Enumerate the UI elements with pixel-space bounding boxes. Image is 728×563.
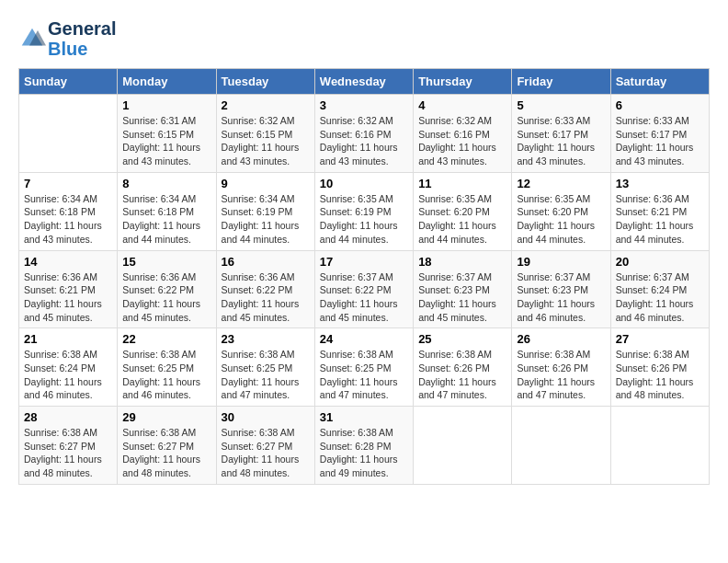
day-number: 19 — [517, 255, 605, 269]
day-number: 13 — [616, 177, 704, 190]
sunrise-label: Sunrise: 6:35 AM — [517, 193, 590, 204]
daylight-label: Daylight: 11 hours and 46 minutes. — [616, 298, 694, 323]
calendar-cell: 6 Sunrise: 6:33 AM Sunset: 6:17 PM Dayli… — [610, 95, 709, 173]
sunrise-label: Sunrise: 6:33 AM — [517, 115, 590, 126]
day-number: 14 — [24, 255, 112, 269]
day-info: Sunrise: 6:34 AM Sunset: 6:18 PM Dayligh… — [122, 192, 210, 247]
sunrise-label: Sunrise: 6:34 AM — [24, 193, 97, 204]
daylight-label: Daylight: 11 hours and 45 minutes. — [222, 298, 300, 323]
daylight-label: Daylight: 11 hours and 46 minutes. — [122, 376, 200, 401]
day-number: 10 — [320, 177, 408, 190]
calendar-cell: 26 Sunrise: 6:38 AM Sunset: 6:26 PM Dayl… — [512, 328, 610, 407]
calendar-week-row: 28 Sunrise: 6:38 AM Sunset: 6:27 PM Dayl… — [19, 407, 710, 485]
day-number: 30 — [222, 410, 310, 424]
calendar-cell: 19 Sunrise: 6:37 AM Sunset: 6:23 PM Dayl… — [512, 250, 610, 328]
day-number: 27 — [616, 332, 704, 346]
sunrise-label: Sunrise: 6:37 AM — [418, 271, 492, 282]
sunrise-label: Sunrise: 6:32 AM — [222, 115, 295, 126]
day-info: Sunrise: 6:38 AM Sunset: 6:26 PM Dayligh… — [517, 348, 605, 402]
daylight-label: Daylight: 11 hours and 45 minutes. — [122, 298, 200, 323]
calendar-week-row: 21 Sunrise: 6:38 AM Sunset: 6:24 PM Dayl… — [19, 328, 710, 407]
day-info: Sunrise: 6:38 AM Sunset: 6:24 PM Dayligh… — [24, 348, 112, 402]
day-info: Sunrise: 6:38 AM Sunset: 6:25 PM Dayligh… — [320, 348, 408, 402]
day-number: 9 — [222, 177, 310, 190]
day-number: 5 — [517, 98, 605, 112]
logo-line2: Blue — [48, 39, 116, 59]
daylight-label: Daylight: 11 hours and 47 minutes. — [320, 376, 398, 401]
daylight-label: Daylight: 11 hours and 43 minutes. — [320, 142, 398, 167]
day-info: Sunrise: 6:37 AM Sunset: 6:22 PM Dayligh… — [320, 270, 408, 325]
sunrise-label: Sunrise: 6:38 AM — [122, 427, 196, 438]
calendar-cell — [19, 95, 118, 173]
daylight-label: Daylight: 11 hours and 46 minutes. — [517, 298, 595, 323]
day-info: Sunrise: 6:32 AM Sunset: 6:16 PM Dayligh… — [418, 114, 506, 168]
calendar-cell — [414, 407, 512, 485]
sunrise-label: Sunrise: 6:35 AM — [418, 193, 492, 204]
day-info: Sunrise: 6:33 AM Sunset: 6:17 PM Dayligh… — [517, 114, 605, 168]
day-number: 22 — [122, 332, 210, 346]
day-info: Sunrise: 6:32 AM Sunset: 6:15 PM Dayligh… — [222, 114, 310, 168]
calendar-cell: 15 Sunrise: 6:36 AM Sunset: 6:22 PM Dayl… — [118, 250, 216, 328]
calendar-cell: 9 Sunrise: 6:34 AM Sunset: 6:19 PM Dayli… — [216, 172, 314, 250]
day-number: 17 — [320, 255, 408, 269]
calendar-cell: 4 Sunrise: 6:32 AM Sunset: 6:16 PM Dayli… — [414, 95, 512, 173]
day-info: Sunrise: 6:36 AM Sunset: 6:21 PM Dayligh… — [24, 270, 112, 325]
sunset-label: Sunset: 6:21 PM — [616, 206, 688, 217]
daylight-label: Daylight: 11 hours and 47 minutes. — [517, 376, 595, 401]
calendar-cell: 30 Sunrise: 6:38 AM Sunset: 6:27 PM Dayl… — [216, 407, 314, 485]
calendar-week-row: 7 Sunrise: 6:34 AM Sunset: 6:18 PM Dayli… — [19, 172, 710, 250]
sunset-label: Sunset: 6:18 PM — [122, 206, 194, 217]
sunrise-label: Sunrise: 6:35 AM — [320, 193, 393, 204]
day-info: Sunrise: 6:35 AM Sunset: 6:20 PM Dayligh… — [418, 192, 506, 247]
weekday-header: Monday — [118, 69, 216, 95]
daylight-label: Daylight: 11 hours and 45 minutes. — [24, 298, 102, 323]
sunset-label: Sunset: 6:18 PM — [24, 206, 96, 217]
sunrise-label: Sunrise: 6:36 AM — [24, 271, 97, 282]
sunrise-label: Sunrise: 6:38 AM — [320, 349, 393, 360]
daylight-label: Daylight: 11 hours and 48 minutes. — [24, 454, 102, 478]
daylight-label: Daylight: 11 hours and 43 minutes. — [122, 142, 200, 167]
day-info: Sunrise: 6:34 AM Sunset: 6:19 PM Dayligh… — [222, 192, 310, 247]
day-number: 1 — [122, 98, 210, 112]
day-number: 11 — [418, 177, 506, 190]
sunset-label: Sunset: 6:22 PM — [122, 284, 194, 295]
day-number: 26 — [517, 332, 605, 346]
calendar-cell: 11 Sunrise: 6:35 AM Sunset: 6:20 PM Dayl… — [414, 172, 512, 250]
sunrise-label: Sunrise: 6:38 AM — [24, 427, 97, 438]
day-number: 15 — [122, 255, 210, 269]
calendar-table: SundayMondayTuesdayWednesdayThursdayFrid… — [18, 68, 710, 485]
sunset-label: Sunset: 6:16 PM — [418, 129, 490, 140]
calendar-cell: 12 Sunrise: 6:35 AM Sunset: 6:20 PM Dayl… — [512, 172, 610, 250]
day-info: Sunrise: 6:38 AM Sunset: 6:27 PM Dayligh… — [24, 426, 112, 480]
daylight-label: Daylight: 11 hours and 43 minutes. — [517, 142, 595, 167]
weekday-header: Friday — [512, 69, 610, 95]
day-info: Sunrise: 6:36 AM Sunset: 6:21 PM Dayligh… — [616, 192, 704, 247]
day-info: Sunrise: 6:38 AM Sunset: 6:26 PM Dayligh… — [418, 348, 506, 402]
day-info: Sunrise: 6:36 AM Sunset: 6:22 PM Dayligh… — [222, 270, 310, 325]
sunrise-label: Sunrise: 6:38 AM — [517, 349, 590, 360]
daylight-label: Daylight: 11 hours and 48 minutes. — [616, 376, 694, 401]
sunrise-label: Sunrise: 6:31 AM — [122, 115, 196, 126]
day-info: Sunrise: 6:35 AM Sunset: 6:19 PM Dayligh… — [320, 192, 408, 247]
daylight-label: Daylight: 11 hours and 44 minutes. — [320, 220, 398, 245]
sunset-label: Sunset: 6:25 PM — [122, 362, 194, 373]
daylight-label: Daylight: 11 hours and 48 minutes. — [122, 454, 200, 478]
sunset-label: Sunset: 6:26 PM — [418, 362, 490, 373]
sunrise-label: Sunrise: 6:33 AM — [616, 115, 689, 126]
sunrise-label: Sunrise: 6:38 AM — [418, 349, 492, 360]
sunrise-label: Sunrise: 6:38 AM — [222, 349, 295, 360]
sunset-label: Sunset: 6:17 PM — [616, 129, 688, 140]
day-number: 2 — [222, 98, 310, 112]
calendar-cell: 10 Sunrise: 6:35 AM Sunset: 6:19 PM Dayl… — [314, 172, 413, 250]
daylight-label: Daylight: 11 hours and 44 minutes. — [222, 220, 300, 245]
calendar-cell: 13 Sunrise: 6:36 AM Sunset: 6:21 PM Dayl… — [610, 172, 709, 250]
sunset-label: Sunset: 6:16 PM — [320, 129, 392, 140]
calendar-cell — [610, 407, 709, 485]
day-number: 25 — [418, 332, 506, 346]
sunrise-label: Sunrise: 6:38 AM — [222, 427, 295, 438]
calendar-cell: 5 Sunrise: 6:33 AM Sunset: 6:17 PM Dayli… — [512, 95, 610, 173]
sunset-label: Sunset: 6:24 PM — [24, 362, 96, 373]
day-info: Sunrise: 6:38 AM Sunset: 6:27 PM Dayligh… — [122, 426, 210, 480]
calendar-cell: 8 Sunrise: 6:34 AM Sunset: 6:18 PM Dayli… — [118, 172, 216, 250]
calendar-cell: 14 Sunrise: 6:36 AM Sunset: 6:21 PM Dayl… — [19, 250, 118, 328]
